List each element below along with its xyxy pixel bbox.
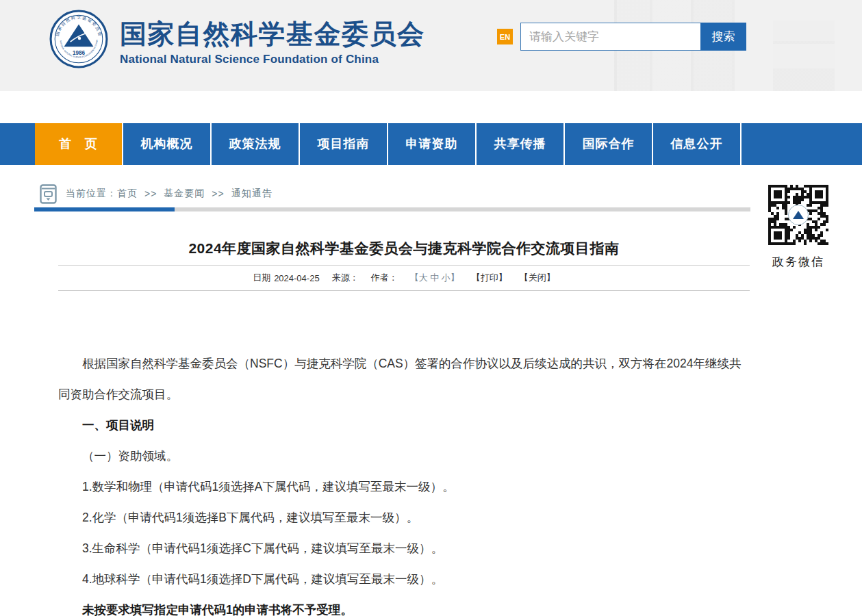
nav-item[interactable]: 信息公开 (653, 123, 741, 165)
breadcrumb-link-news[interactable]: 基金要闻 (164, 188, 205, 200)
search-button[interactable]: 搜索 (700, 23, 746, 51)
header-building-decoration-2 (773, 21, 835, 91)
nav-item[interactable]: 申请资助 (388, 123, 477, 165)
page: 1986 国家自然科学基金委员会 NATIONAL NATURAL SCIENC… (0, 0, 862, 616)
search-area: EN 搜索 (497, 23, 746, 51)
nav-item-label: 机构概况 (141, 137, 193, 151)
site-logo[interactable]: 1986 国家自然科学基金委员会 NATIONAL NATURAL SCIENC… (49, 10, 425, 68)
divider (58, 290, 750, 291)
qr-caption: 政务微信 (768, 254, 828, 270)
site-header: 1986 国家自然科学基金委员会 NATIONAL NATURAL SCIENC… (0, 0, 862, 91)
meta-author-label: 作者： (371, 272, 398, 284)
brand-text: 国家自然科学基金委员会 National Natural Science Fou… (120, 12, 425, 66)
breadcrumb-prefix: 当前位置： (66, 188, 117, 200)
breadcrumb-separator: >> (212, 188, 224, 199)
nav-item-label: 申请资助 (406, 137, 458, 151)
breadcrumb: 当前位置： 首页 >> 基金要闻 >> 通知通告 (40, 183, 862, 204)
breadcrumb-link-home[interactable]: 首页 (117, 188, 138, 200)
nav-item[interactable]: 共享传播 (477, 123, 565, 165)
meta-source-label: 来源： (332, 272, 359, 284)
article-title: 2024年度国家自然科学基金委员会与捷克科学院合作交流项目指南 (58, 239, 750, 257)
nav-item-label: 首 页 (59, 137, 98, 151)
nav-item[interactable]: 机构概况 (123, 123, 212, 165)
article: 2024年度国家自然科学基金委员会与捷克科学院合作交流项目指南 日期 2024-… (58, 239, 750, 616)
article-paragraph: （一）资助领域。 (58, 441, 750, 472)
nav-item-label: 信息公开 (671, 137, 723, 151)
en-language-button[interactable]: EN (497, 29, 513, 44)
breadcrumb-underline (34, 207, 750, 211)
article-meta: 日期 2024-04-25 来源： 作者： 【大 中 小】 【打印】 【关闭】 (58, 272, 750, 284)
article-paragraph: 未按要求填写指定申请代码1的申请书将不予受理。 (58, 595, 750, 616)
qr-code (768, 185, 828, 245)
nsfc-seal-icon: 1986 国家自然科学基金委员会 NATIONAL NATURAL SCIENC… (49, 10, 108, 68)
nav-item-label: 国际合作 (583, 137, 635, 151)
close-button[interactable]: 【关闭】 (520, 272, 555, 284)
wechat-qr-panel: 政务微信 (768, 185, 828, 270)
nav-item[interactable]: 国际合作 (565, 123, 653, 165)
search-input[interactable] (520, 23, 700, 51)
site-title-en: National Natural Science Foundation of C… (120, 53, 425, 66)
qr-center-logo-icon (788, 205, 809, 225)
nav-item[interactable]: 首 页 (35, 123, 123, 165)
print-button[interactable]: 【打印】 (472, 272, 507, 284)
journal-icon (40, 184, 57, 204)
nav-item-label: 共享传播 (494, 137, 546, 151)
article-paragraph: 4.地球科学（申请代码1须选择D下属代码，建议填写至最末一级）。 (58, 564, 750, 595)
nav-item-label: 项目指南 (318, 137, 370, 151)
meta-date-label: 日期 (253, 272, 270, 284)
main-nav: 首 页 机构概况 政策法规 项目指南 申请资助 共 (0, 123, 862, 165)
article-body: 根据国家自然科学基金委员会（NSFC）与捷克科学院（CAS）签署的合作协议以及后… (58, 348, 750, 616)
article-paragraph: 3.生命科学（申请代码1须选择C下属代码，建议填写至最末一级）。 (58, 533, 750, 564)
article-paragraph: 根据国家自然科学基金委员会（NSFC）与捷克科学院（CAS）签署的合作协议以及后… (58, 348, 750, 410)
nav-item[interactable]: 项目指南 (300, 123, 388, 165)
breadcrumb-underline-accent (34, 207, 175, 211)
nav-item[interactable]: 政策法规 (212, 123, 300, 165)
header-nav-gap (0, 91, 862, 123)
font-size-control[interactable]: 【大 中 小】 (410, 272, 459, 284)
meta-date-value: 2024-04-25 (274, 273, 320, 283)
nav-items: 首 页 机构概况 政策法规 项目指南 申请资助 共 (0, 123, 862, 165)
breadcrumb-link-notices[interactable]: 通知通告 (231, 188, 272, 200)
breadcrumb-separator: >> (144, 188, 157, 199)
article-paragraph: 一、项目说明 (58, 410, 750, 441)
divider (58, 265, 750, 266)
site-title-zh: 国家自然科学基金委员会 (120, 20, 425, 49)
article-paragraph: 2.化学（申请代码1须选择B下属代码，建议填写至最末一级）。 (58, 502, 750, 533)
logo-year: 1986 (73, 50, 86, 56)
nav-item-label: 政策法规 (229, 137, 281, 151)
article-paragraph: 1.数学和物理（申请代码1须选择A下属代码，建议填写至最末一级）。 (58, 472, 750, 502)
